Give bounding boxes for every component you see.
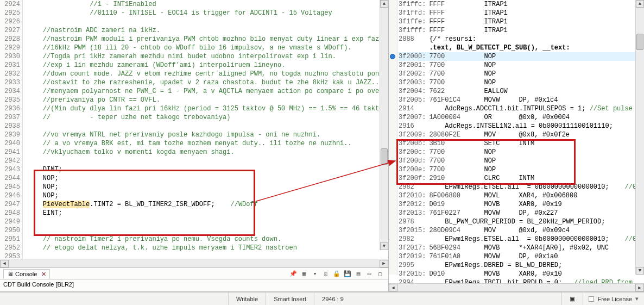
disasm-row[interactable]: 3f2001:7700 NOP (399, 61, 640, 70)
disasm-row[interactable]: .text, BL_W_DETECT_PC_SUB(), __text: (399, 43, 640, 52)
disasm-row[interactable]: 3f2007:1A000004 OR@0x0, #0x0004 (399, 113, 640, 122)
disasm-row[interactable]: 3f2000:7700 NOP (399, 52, 640, 61)
disasm-row[interactable]: 3f1ffd:FFFF ITRAP1 (399, 9, 640, 17)
disasm-row[interactable]: 3f2012:D019 MOVBXAR0, #0x19 (399, 200, 640, 209)
source-editor: 2924292529262927292829292930293129322933… (0, 0, 389, 291)
disasm-vertical-scrollbar[interactable]: ▲ ▼ (635, 0, 644, 275)
scroll-down-button[interactable]: ▼ (636, 267, 644, 275)
disassembly-table[interactable]: 3f1ffc:FFFF ITRAP13f1ffd:FFFF ITRAP13f1f… (399, 0, 640, 283)
console-body-line: CDT Build Console [BLR2] (0, 280, 388, 291)
clear-icon[interactable]: ☒ (321, 269, 331, 279)
disasm-row[interactable]: 3f2005:761F01C4 MOVWDP, #0x1c4 (399, 96, 640, 104)
editor-horizontal-scrollbar[interactable]: ◀ ▶ (0, 259, 388, 267)
status-license: Free License (597, 296, 632, 302)
disasm-row[interactable]: 2994 EPwm1Regs.TBCTL.bit.PRDLD = 0; //lo… (399, 278, 640, 283)
disasm-row[interactable]: 2982 EPwm1Regs.ETSEL.all = 0b00000000000… (399, 183, 640, 191)
console-panel: 🖥 Console ✕ 📌 ▦ ▾ ☒ 🔒 💾 ▤ ▭ ▢ (0, 267, 388, 291)
disasm-row[interactable]: 3f2009:28080F2E MOV@0x8, #0x0f2e (399, 130, 640, 139)
scroll-left-button[interactable]: ◀ (0, 260, 9, 267)
disasm-row[interactable]: 2916 AdcRegs.INTSEL1N2.all = 0b000011110… (399, 122, 640, 130)
disasm-marker-column (389, 0, 397, 275)
close-icon[interactable]: ✕ (41, 271, 46, 278)
save-icon[interactable]: 💾 (343, 269, 352, 279)
disasm-row[interactable]: 3f2002:7700 NOP (399, 70, 640, 78)
scroll-down-button[interactable]: ▼ (380, 242, 388, 250)
status-cursor-pos: 2946 : 9 (314, 292, 351, 305)
disassembly-view: 3f1ffc:FFFF ITRAP13f1ffd:FFFF ITRAP13f1f… (389, 0, 644, 291)
disasm-row[interactable]: 3f200c:7700 NOP (399, 148, 640, 157)
scroll-left-button[interactable]: ◀ (389, 284, 397, 291)
scroll-right-button[interactable]: ▶ (635, 284, 644, 291)
disasm-row[interactable]: 3f200e:7700 NOP (399, 165, 640, 174)
disasm-row[interactable]: 3f2013:761F0227 MOVWDP, #0x227 (399, 209, 640, 217)
disasm-row[interactable]: 3f2017:56BF0294 MOVB*+XAR4[AR0], #0x02, … (399, 244, 640, 252)
disasm-row[interactable]: 3f2019:761F01A0 MOVWDP, #0x1a0 (399, 252, 640, 261)
console-tab-label: Console (15, 271, 37, 277)
breakpoint-marker[interactable] (390, 54, 395, 59)
disasm-row[interactable]: 3f200d:7700 NOP (399, 157, 640, 165)
scroll-thumb[interactable] (381, 148, 388, 165)
disasm-horizontal-scrollbar[interactable]: ◀ ▶ (389, 283, 644, 291)
editor-code-area[interactable]: //1 - INT1Enabled //01110 - INT1SEL - EO… (23, 0, 388, 259)
disasm-row[interactable]: 3f200f:2910 CLRCINTM (399, 174, 640, 183)
maximize-icon[interactable]: ▢ (375, 269, 385, 279)
scroll-right-button[interactable]: ▶ (380, 260, 388, 267)
chevron-down-icon[interactable]: ▾ (635, 295, 639, 302)
display-selected-icon[interactable]: ▦ (299, 269, 309, 279)
scroll-thumb[interactable] (636, 34, 643, 50)
disasm-row[interactable]: 3f2004:7622 EALLOW (399, 87, 640, 96)
pin-icon[interactable]: 📌 (288, 269, 298, 279)
disasm-row[interactable]: 3f201b:D010 MOVBXAR0, #0x10 (399, 270, 640, 278)
console-tab[interactable]: 🖥 Console ✕ (3, 269, 50, 279)
disasm-row[interactable]: 3f1fff:FFFF ITRAP1 (399, 26, 640, 35)
disasm-row[interactable]: 3f2003:7700 NOP (399, 78, 640, 87)
status-writable: Writable (228, 292, 266, 305)
dropdown-icon[interactable]: ▾ (310, 269, 320, 279)
disasm-row[interactable]: 3f1ffc:FFFF ITRAP1 (399, 0, 640, 9)
disasm-row[interactable]: 2914 AdcRegs.ADCCTL1.bit.INTPULSEPOS = 1… (399, 104, 640, 113)
disasm-row[interactable]: 3f2010:8F006800 MOVLXAR4, #0x006800 (399, 191, 640, 200)
status-chip-icon: ▣ (561, 292, 583, 305)
status-insert-mode: Smart Insert (266, 292, 314, 305)
open-console-icon[interactable]: ▤ (353, 269, 363, 279)
scroll-lock-icon[interactable]: 🔒 (332, 269, 342, 279)
scroll-up-button[interactable]: ▲ (380, 0, 388, 8)
editor-gutter: 2924292529262927292829292930293129322933… (0, 0, 23, 259)
minimize-icon[interactable]: ▭ (364, 269, 374, 279)
disasm-row[interactable]: 2978 BL_PWM_CURR_PERIOD = BL_20kHz_PWM_P… (399, 217, 640, 226)
console-icon: 🖥 (7, 271, 13, 277)
disasm-row[interactable]: 2995 EPwm1Regs.DBRED = BL_WD_DBRED; (399, 261, 640, 270)
disasm-row[interactable]: 3f200b:3B10 SETCINTM (399, 139, 640, 148)
console-toolbar: 📌 ▦ ▾ ☒ 🔒 💾 ▤ ▭ ▢ (288, 269, 388, 279)
license-icon (589, 296, 594, 302)
status-bar: Writable Smart Insert 2946 : 9 ▣ Free Li… (0, 292, 644, 305)
scroll-up-button[interactable]: ▲ (636, 0, 644, 8)
disasm-row[interactable]: 2982 EPwm1Regs.ETSEL.all = 0b00000000000… (399, 235, 640, 244)
editor-vertical-scrollbar[interactable]: ▲ ▼ (380, 0, 388, 250)
disasm-row[interactable]: 2888{/* resursi: (399, 35, 640, 43)
disasm-row[interactable]: 3f1ffe:FFFF ITRAP1 (399, 17, 640, 26)
disasm-row[interactable]: 3f2015:280D09C4 MOV@0xd, #0x09c4 (399, 226, 640, 235)
